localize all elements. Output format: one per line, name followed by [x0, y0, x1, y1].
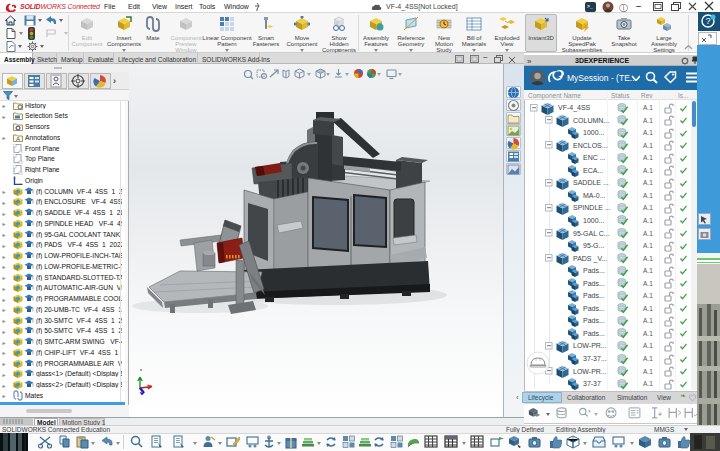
svg-text:?: ?: [706, 16, 711, 26]
